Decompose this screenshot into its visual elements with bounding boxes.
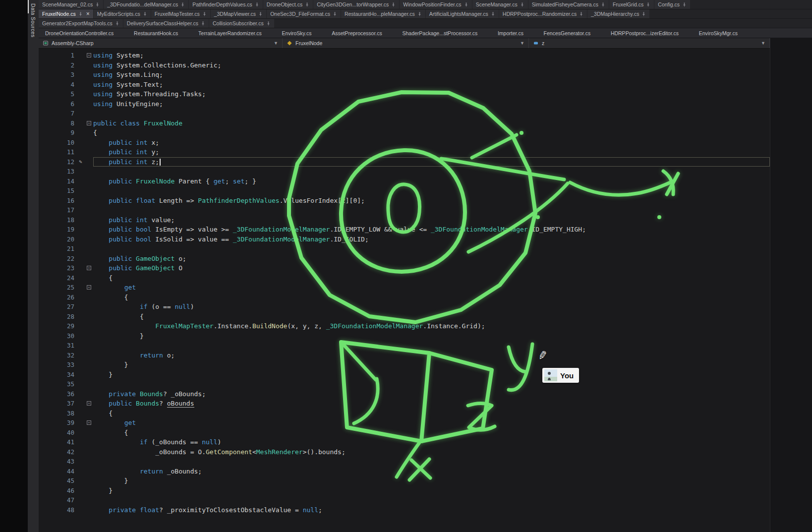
code-line-10[interactable]: 10 public int x; <box>39 138 770 148</box>
code-line-6[interactable]: 6using UnityEngine; <box>39 99 770 109</box>
code-line-3[interactable]: 3using System.Linq; <box>39 70 770 80</box>
code-line-29[interactable]: 29 FruxelMapTester.Instance.BuildNode(x,… <box>39 321 770 331</box>
pin-icon[interactable] <box>646 2 650 7</box>
tab-FruxelGrid.cs[interactable]: FruxelGrid.cs <box>609 0 654 9</box>
pin-icon[interactable] <box>391 2 396 7</box>
code-line-33[interactable]: 33 } <box>39 360 770 370</box>
code-line-46[interactable]: 46 } <box>39 486 770 496</box>
code-line-7[interactable]: 7 <box>39 109 770 118</box>
pin-icon[interactable] <box>682 2 687 7</box>
tab-FruxelNode.cs[interactable]: FruxelNode.cs× <box>39 9 93 18</box>
tab-TerrainLayerRandomizer.cs[interactable]: TerrainLayerRandomizer.cs <box>195 28 265 38</box>
tab-ArtificialLightsManager.cs[interactable]: ArtificialLightsManager.cs <box>426 9 499 18</box>
code-line-43[interactable]: 43 <box>39 457 770 467</box>
code-line-32[interactable]: 32 return o; <box>39 351 770 360</box>
code-line-11[interactable]: 11 public int y; <box>39 147 770 157</box>
code-line-27[interactable]: 27 if (o == null) <box>39 302 770 312</box>
tab-_3DFoundatio...delManager.cs[interactable]: _3DFoundatio...delManager.cs <box>104 0 188 9</box>
code-line-36[interactable]: 36 private Bounds? _oBounds; <box>39 389 770 399</box>
code-line-9[interactable]: 9{ <box>39 128 770 138</box>
pin-icon[interactable] <box>417 12 422 16</box>
pin-icon[interactable] <box>266 21 271 26</box>
pin-icon[interactable] <box>601 2 605 7</box>
collapse-icon[interactable]: - <box>87 285 91 290</box>
pin-icon[interactable] <box>491 12 495 16</box>
code-line-17[interactable]: 17 <box>39 205 770 215</box>
tab-Generator2ExportMapTools.cs[interactable]: Generator2ExportMapTools.cs <box>39 19 123 28</box>
code-line-25[interactable]: 25- get <box>39 283 770 293</box>
tab-Config.cs[interactable]: Config.cs <box>654 0 690 9</box>
tab-_3DMapHierarchy.cs[interactable]: _3DMapHierarchy.cs <box>587 9 649 18</box>
code-line-21[interactable]: 21 <box>39 244 770 254</box>
code-line-12[interactable]: 12✎ public int z; <box>39 157 770 167</box>
code-line-2[interactable]: 2using System.Collections.Generic; <box>39 60 770 70</box>
tab-HDRPPostproc...izerEditor.cs[interactable]: HDRPPostproc...izerEditor.cs <box>607 28 682 38</box>
code-line-41[interactable]: 41 if (_oBounds == null) <box>39 437 770 447</box>
code-line-34[interactable]: 34 } <box>39 370 770 380</box>
project-dropdown[interactable]: Assembly-CSharp ▼ <box>39 38 283 48</box>
tab-MyEditorScripts.cs[interactable]: MyEditorScripts.cs <box>94 9 151 18</box>
pin-icon[interactable] <box>78 12 83 16</box>
code-line-8[interactable]: 8-public class FruxelNode <box>39 118 770 128</box>
code-line-1[interactable]: 1-using System; <box>39 51 770 60</box>
code-line-28[interactable]: 28 { <box>39 312 770 322</box>
code-line-15[interactable]: 15 <box>39 186 770 196</box>
code-line-24[interactable]: 24 { <box>39 273 770 283</box>
tab-_3DMapViewer.cs[interactable]: _3DMapViewer.cs <box>211 9 266 18</box>
code-line-37[interactable]: 37- public Bounds? oBounds <box>39 399 770 409</box>
tab-FruxelMapTester.cs[interactable]: FruxelMapTester.cs <box>151 9 210 18</box>
code-line-40[interactable]: 40 { <box>39 428 770 438</box>
code-line-48[interactable]: 48 private float? _proximityToClosestObs… <box>39 505 770 515</box>
code-line-45[interactable]: 45 } <box>39 476 770 486</box>
chevron-down-icon[interactable]: ▼ <box>520 41 524 46</box>
code-line-18[interactable]: 18 public int value; <box>39 215 770 225</box>
pin-icon[interactable] <box>143 12 147 16</box>
pin-icon[interactable] <box>520 2 524 7</box>
code-line-26[interactable]: 26 { <box>39 293 770 302</box>
chevron-down-icon[interactable]: ▼ <box>761 41 765 46</box>
code-line-30[interactable]: 30 } <box>39 331 770 341</box>
tab-RestaurantHook.cs[interactable]: RestaurantHook.cs <box>130 28 181 38</box>
code-line-4[interactable]: 4using System.Text; <box>39 80 770 90</box>
pin-icon[interactable] <box>180 2 185 7</box>
pin-icon[interactable] <box>255 2 259 7</box>
collapse-icon[interactable]: - <box>87 53 91 58</box>
tab-DeliverySurfaceClassHelper.cs[interactable]: DeliverySurfaceClassHelper.cs <box>123 19 209 28</box>
tab-DroneOrientationController.cs[interactable]: DroneOrientationController.cs <box>42 28 117 38</box>
pin-icon[interactable] <box>95 2 100 7</box>
code-line-23[interactable]: 23- public GameObject O <box>39 263 770 273</box>
collapse-icon[interactable]: - <box>87 121 91 125</box>
tab-CollisionSubscriber.cs[interactable]: CollisionSubscriber.cs <box>209 19 274 28</box>
code-line-5[interactable]: 5using System.Threading.Tasks; <box>39 89 770 99</box>
sidebar-tab-data-sources[interactable]: Data Sources <box>30 0 36 37</box>
tab-WindowPositionFinder.cs[interactable]: WindowPositionFinder.cs <box>400 0 471 9</box>
chevron-down-icon[interactable]: ▼ <box>274 41 278 46</box>
code-line-16[interactable]: 16 public float Length => PathfinderDept… <box>39 196 770 206</box>
tab-EnviroSkyMgr.cs[interactable]: EnviroSkyMgr.cs <box>696 28 741 38</box>
code-line-47[interactable]: 47 <box>39 495 770 505</box>
tab-EnviroSky.cs[interactable]: EnviroSky.cs <box>279 28 315 38</box>
pin-icon[interactable] <box>333 12 337 16</box>
tab-OneSec3D_FileFormat.cs[interactable]: OneSec3D_FileFormat.cs <box>267 9 341 18</box>
tab-PathfinderDepthValues.cs[interactable]: PathfinderDepthValues.cs <box>189 0 263 9</box>
code-line-14[interactable]: 14 public FruxelNode Parent { get; set; … <box>39 177 770 186</box>
member-dropdown[interactable]: z ▼ <box>529 38 770 48</box>
tab-SceneManager.cs[interactable]: SceneManager.cs <box>472 0 528 9</box>
code-line-22[interactable]: 22 public GameObject o; <box>39 254 770 264</box>
code-line-31[interactable]: 31 <box>39 341 770 351</box>
type-dropdown[interactable]: FruxelNode ▼ <box>283 38 529 48</box>
pin-icon[interactable] <box>641 12 646 16</box>
collapse-icon[interactable]: - <box>87 401 91 406</box>
tab-SimulatedFisheyeCamera.cs[interactable]: SimulatedFisheyeCamera.cs <box>528 0 609 9</box>
code-line-39[interactable]: 39- get <box>39 418 770 428</box>
tab-HDRPPostproc...Randomizer.cs[interactable]: HDRPPostproc...Randomizer.cs <box>499 9 587 18</box>
code-line-38[interactable]: 38 { <box>39 409 770 418</box>
collapse-icon[interactable]: - <box>87 420 91 425</box>
tab-SceneManager_02.cs[interactable]: SceneManager_02.cs <box>39 0 103 9</box>
code-line-44[interactable]: 44 return _oBounds; <box>39 467 770 476</box>
code-editor[interactable]: 1-using System;2using System.Collections… <box>39 49 770 532</box>
code-line-13[interactable]: 13 <box>39 167 770 177</box>
tab-CityGen3DGen...torWrapper.cs[interactable]: CityGen3DGen...torWrapper.cs <box>313 0 399 9</box>
tab-ShaderPackage...stProcessor.cs[interactable]: ShaderPackage...stProcessor.cs <box>399 28 481 38</box>
pin-icon[interactable] <box>579 12 583 16</box>
